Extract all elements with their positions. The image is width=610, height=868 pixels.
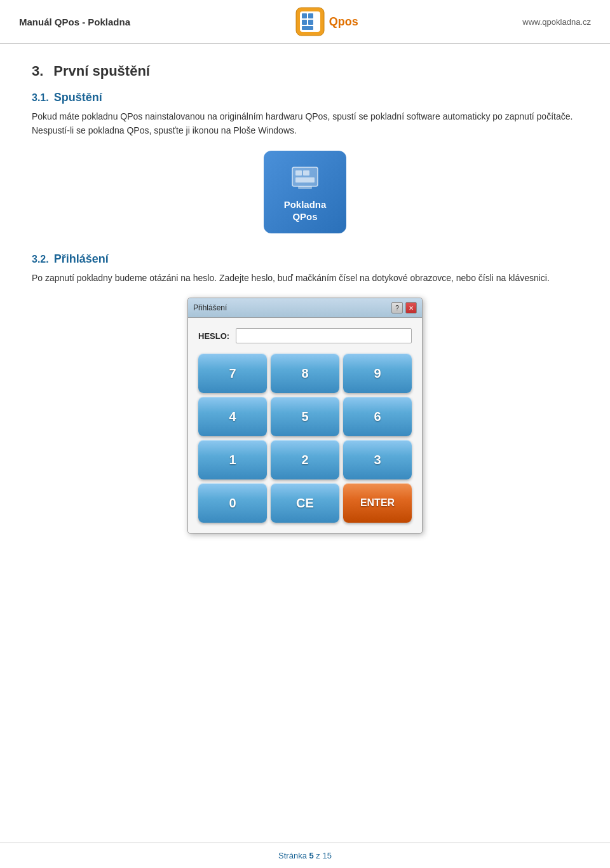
- numpad-btn-9[interactable]: 9: [343, 354, 412, 393]
- footer-text-pre: Stránka: [278, 851, 309, 860]
- footer-text-mid: z: [314, 851, 323, 860]
- dialog-title-buttons: ? ✕: [391, 302, 417, 313]
- numpad-btn-0[interactable]: 0: [198, 483, 267, 523]
- footer-page-total: 15: [322, 851, 331, 860]
- numpad-btn-4[interactable]: 4: [198, 397, 267, 436]
- qpos-logo-icon: [295, 6, 325, 37]
- dialog-body: HESLO: 7894561230CEENTER: [188, 318, 422, 533]
- footer-page-current: 5: [309, 851, 313, 860]
- heslo-input[interactable]: [236, 328, 412, 343]
- page-header: Manuál QPos - Pokladna Qpos www.qpokladn…: [0, 0, 610, 44]
- pokladna-label1: Pokladna: [284, 199, 327, 210]
- svg-rect-3: [308, 13, 313, 18]
- page-footer: Stránka 5 z 15: [0, 843, 610, 868]
- numpad-btn-ce[interactable]: CE: [271, 483, 339, 523]
- svg-rect-5: [308, 20, 313, 25]
- login-dialog: Přihlášení ? ✕ HESLO:: [187, 298, 423, 534]
- numpad-btn-1[interactable]: 1: [198, 440, 267, 479]
- numpad-btn-6[interactable]: 6: [343, 397, 412, 436]
- logo-area: Qpos: [295, 6, 358, 37]
- dialog-help-button[interactable]: ?: [391, 302, 403, 313]
- svg-rect-11: [298, 186, 312, 189]
- svg-rect-8: [295, 170, 302, 176]
- logo-text: Qpos: [329, 15, 358, 29]
- dialog-title: Přihlášení: [193, 303, 227, 312]
- numpad-btn-enter[interactable]: ENTER: [343, 483, 412, 523]
- section32-heading: Přihlášení: [54, 252, 109, 266]
- section32-number: 3.2.: [32, 254, 49, 265]
- numpad-btn-2[interactable]: 2: [271, 440, 339, 479]
- website-url: www.qpokladna.cz: [522, 17, 591, 27]
- numpad-btn-8[interactable]: 8: [271, 354, 339, 393]
- pokladna-icon: [289, 162, 321, 194]
- dialog-close-button[interactable]: ✕: [405, 302, 417, 313]
- dialog-container: Přihlášení ? ✕ HESLO:: [32, 298, 578, 534]
- svg-rect-2: [302, 13, 307, 18]
- pokladna-icon-box: Pokladna QPos: [264, 151, 346, 233]
- document-title: Manuál QPos - Pokladna: [19, 17, 130, 27]
- section3-number: 3.: [32, 63, 43, 79]
- numpad-btn-5[interactable]: 5: [271, 397, 339, 436]
- pokladna-icon-area: Pokladna QPos: [32, 151, 578, 233]
- svg-rect-9: [303, 170, 309, 176]
- numpad-btn-3[interactable]: 3: [343, 440, 412, 479]
- dialog-titlebar: Přihlášení ? ✕: [188, 298, 422, 318]
- section31-number: 3.1.: [32, 92, 49, 104]
- svg-rect-6: [302, 26, 313, 30]
- numpad: 7894561230CEENTER: [198, 354, 412, 523]
- section31-para1: Pokud máte pokladnu QPos nainstalovanou …: [32, 109, 578, 138]
- main-content: 3. První spuštění 3.1. Spuštění Pokud má…: [0, 44, 610, 603]
- heslo-label: HESLO:: [198, 331, 229, 341]
- svg-rect-7: [292, 167, 318, 186]
- section3-title: První spuštění: [53, 63, 150, 79]
- svg-rect-10: [295, 177, 315, 183]
- section31-heading: Spuštění: [54, 91, 102, 104]
- pokladna-label2: QPos: [292, 211, 317, 222]
- numpad-btn-7[interactable]: 7: [198, 354, 267, 393]
- heslo-row: HESLO:: [198, 328, 412, 343]
- svg-rect-4: [302, 20, 307, 25]
- section32-para1: Po zapnutí pokladny budeme otázáni na he…: [32, 271, 578, 285]
